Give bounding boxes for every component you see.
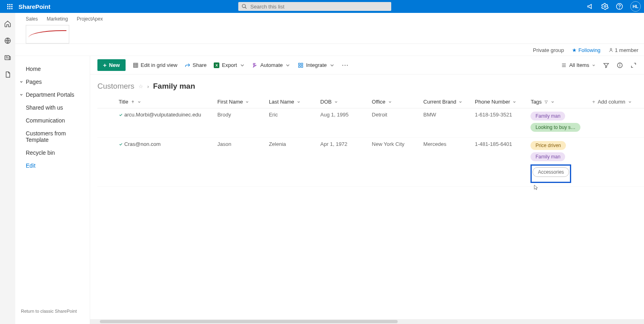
chevron-down-icon (137, 100, 141, 104)
col-brand-label: Current Brand (423, 99, 456, 105)
site-logo[interactable] (26, 25, 69, 44)
cell-select[interactable] (97, 108, 115, 138)
col-first-label: First Name (217, 99, 243, 105)
brand-title[interactable]: SharePoint (19, 3, 50, 10)
cell-first: Brody (213, 108, 265, 138)
cell-addcol (588, 108, 644, 138)
nav-pages[interactable]: Pages (15, 75, 90, 88)
cell-office: Detroit (368, 108, 419, 138)
col-first-name[interactable]: First Name (213, 96, 265, 108)
horizontal-scrollbar[interactable] (90, 319, 644, 324)
nav-customers-template[interactable]: Customers from Template (15, 127, 90, 146)
cell-phone: 1-618-159-3521 (471, 108, 527, 138)
tag-pill[interactable]: Looking to buy s… (530, 123, 580, 132)
favorite-star-icon[interactable]: ☆ (138, 83, 143, 89)
col-dob[interactable]: DOB (316, 96, 368, 108)
svg-rect-17 (301, 63, 303, 64)
table-row[interactable]: arcu.Morbi@vulputateduinec.eduBrodyEricA… (97, 108, 644, 138)
user-avatar[interactable]: HL (630, 1, 641, 12)
col-title-label: Title (119, 99, 128, 105)
integrate-label: Integrate (306, 62, 326, 68)
return-classic-link[interactable]: Return to classic SharePoint (15, 305, 90, 318)
body: Home Pages Department Portals Shared wit… (15, 56, 644, 324)
globe-icon[interactable] (4, 37, 11, 44)
list-table: Title First Name Last Name DOB Office Cu… (97, 96, 644, 187)
settings-icon[interactable] (601, 3, 609, 10)
suite-bar: SharePoint HL (0, 0, 644, 13)
files-icon[interactable] (4, 71, 11, 78)
nav-communication[interactable]: Communication (15, 114, 90, 127)
col-last-name[interactable]: Last Name (265, 96, 316, 108)
new-button[interactable]: + New (97, 59, 126, 71)
integrate-button[interactable]: Integrate (298, 62, 334, 68)
command-bar: + New Edit in grid view Share X Export (90, 56, 644, 75)
col-office[interactable]: Office (368, 96, 419, 108)
tag-pill[interactable]: Price driven (530, 141, 566, 150)
cell-title[interactable]: Cras@non.com (115, 138, 213, 187)
new-button-label: New (109, 62, 120, 68)
cell-select[interactable] (97, 138, 115, 187)
left-rail (0, 13, 15, 324)
cell-office: New York City (368, 138, 419, 187)
col-phone[interactable]: Phone Number (471, 96, 527, 108)
hub-link-marketing[interactable]: Marketing (47, 15, 68, 23)
svg-rect-7 (9, 56, 10, 60)
share-icon (185, 62, 190, 68)
cell-title[interactable]: arcu.Morbi@vulputateduinec.edu (115, 108, 213, 138)
news-icon[interactable] (4, 54, 11, 61)
nav-shared-with-us[interactable]: Shared with us (15, 101, 90, 114)
nav-department-portals[interactable]: Department Portals (15, 88, 90, 101)
content: Sales Marketing ProjectApex Private grou… (15, 13, 644, 324)
group-visibility: Private group (533, 47, 564, 53)
scrollbar-thumb[interactable] (100, 320, 398, 323)
export-button[interactable]: X Export (214, 62, 245, 68)
link-indicator-icon (119, 113, 123, 117)
nav-recycle-bin[interactable]: Recycle bin (15, 146, 90, 159)
info-pane-button[interactable] (617, 62, 623, 69)
col-dob-label: DOB (320, 99, 332, 105)
hub-link-projectapex[interactable]: ProjectApex (77, 15, 103, 23)
col-tags[interactable]: Tags (526, 96, 588, 108)
sort-asc-icon (131, 100, 135, 104)
flow-icon (252, 62, 258, 68)
crumb-root[interactable]: Customers (97, 82, 134, 91)
automate-button[interactable]: Automate (252, 62, 291, 68)
title-text: Cras@non.com (124, 141, 161, 147)
app-launcher-button[interactable] (3, 0, 16, 13)
nav-home[interactable]: Home (15, 62, 90, 75)
add-column-button[interactable]: + Add column (588, 96, 644, 108)
tag-pill[interactable]: Family man (530, 112, 565, 120)
chevron-down-icon (551, 100, 555, 104)
help-icon[interactable] (616, 3, 623, 10)
nav-edit[interactable]: Edit (15, 159, 90, 172)
following-toggle[interactable]: ★ Following (572, 47, 601, 53)
home-icon[interactable] (4, 20, 11, 27)
edit-grid-button[interactable]: Edit in grid view (133, 62, 178, 68)
main-panel: + New Edit in grid view Share X Export (90, 56, 644, 324)
hub-link-sales[interactable]: Sales (26, 15, 38, 23)
nav-pages-label: Pages (26, 79, 42, 85)
more-actions-button[interactable]: ··· (342, 62, 349, 68)
view-selector[interactable]: All Items (561, 62, 596, 68)
svg-line-1 (245, 7, 247, 9)
table-row[interactable]: Cras@non.comJasonZeleniaApr 1, 1972New Y… (97, 138, 644, 187)
members-link[interactable]: 1 member (609, 47, 638, 53)
cell-tags: Price drivenFamily manAccessories (526, 138, 588, 187)
site-nav: Home Pages Department Portals Shared wit… (15, 56, 90, 324)
cell-last: Eric (265, 108, 316, 138)
filter-icon (544, 100, 548, 104)
cell-dob: Apr 1, 1972 (316, 138, 368, 187)
svg-point-25 (620, 64, 620, 64)
search-input[interactable] (247, 4, 388, 10)
filter-pane-button[interactable] (603, 62, 609, 69)
list-icon (561, 62, 567, 68)
col-title[interactable]: Title (115, 96, 213, 108)
svg-rect-18 (299, 66, 300, 67)
expand-button[interactable] (630, 62, 637, 69)
col-current-brand[interactable]: Current Brand (419, 96, 471, 108)
tag-pill[interactable]: Accessories (533, 167, 569, 177)
share-button[interactable]: Share (185, 62, 207, 68)
tag-pill[interactable]: Family man (530, 152, 565, 161)
megaphone-icon[interactable] (587, 3, 594, 10)
search-box[interactable] (238, 2, 391, 11)
